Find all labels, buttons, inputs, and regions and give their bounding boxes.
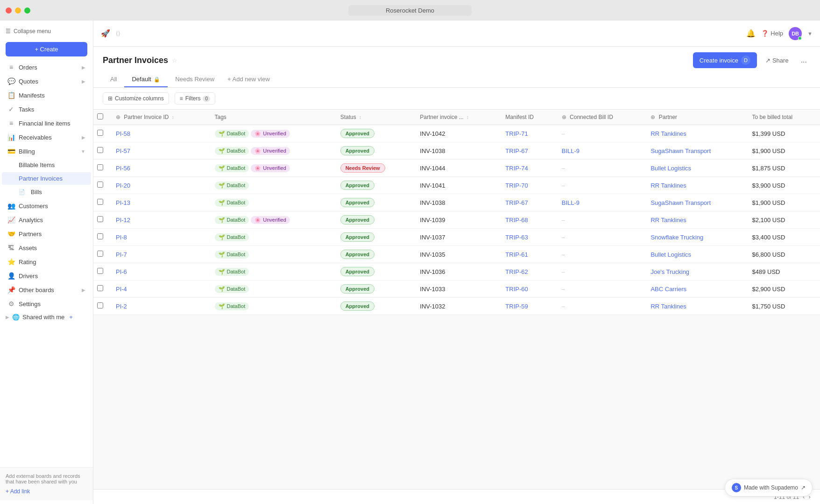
partner-invoice-id-link[interactable]: PI-8: [116, 234, 127, 241]
manifest-id-link[interactable]: TRIP-62: [505, 268, 528, 275]
partner-invoice-id-link[interactable]: PI-12: [116, 217, 130, 224]
user-avatar-wrapper[interactable]: DB: [789, 27, 802, 40]
manifest-id-link[interactable]: TRIP-63: [505, 234, 528, 241]
collapse-menu-button[interactable]: ☰ Collapse menu: [0, 24, 93, 38]
connected-bill-id-link[interactable]: BILL-9: [562, 147, 580, 154]
sidebar-item-billable-items[interactable]: Billable Items: [2, 159, 91, 171]
user-menu-chevron-icon[interactable]: ▼: [807, 31, 813, 36]
partner-link[interactable]: RR Tanklines: [650, 217, 686, 224]
maximize-button[interactable]: [24, 7, 30, 14]
help-button[interactable]: ❓ Help: [761, 30, 783, 37]
partner-link[interactable]: RR Tanklines: [650, 303, 686, 310]
tab-add-new-view[interactable]: + Add new view: [222, 72, 276, 87]
sidebar-item-receivables[interactable]: 📊 Receivables ▶: [2, 131, 91, 144]
manifest-id-link[interactable]: TRIP-68: [505, 217, 528, 224]
navigation-icon[interactable]: 🚀: [101, 29, 110, 38]
partner-invoice-id-link[interactable]: PI-58: [116, 130, 130, 137]
partner-link[interactable]: RR Tanklines: [650, 130, 686, 137]
col-header-partner-invoice-num[interactable]: Partner invoice ... ↕: [414, 110, 500, 125]
col-header-partner-invoice-id[interactable]: ⊕ Partner Invoice ID ↕: [110, 110, 209, 125]
favorite-star-icon[interactable]: ☆: [172, 57, 177, 64]
row-checkbox[interactable]: [97, 147, 103, 153]
view-tabs: All Default 🔒 Needs Review + Add new vie…: [103, 72, 811, 87]
partner-invoice-id-link[interactable]: PI-2: [116, 303, 127, 310]
nav-arrows-icon[interactable]: ⟨⟩: [116, 30, 120, 37]
add-shared-icon[interactable]: +: [69, 314, 73, 321]
close-button[interactable]: [6, 7, 12, 14]
row-checkbox[interactable]: [97, 216, 103, 222]
row-checkbox[interactable]: [97, 302, 103, 308]
create-invoice-button[interactable]: Create invoice D: [693, 52, 757, 68]
sidebar-item-other-boards[interactable]: 📌 Other boards ▶: [2, 283, 91, 296]
partner-link[interactable]: RR Tanklines: [650, 182, 686, 189]
partner-link[interactable]: SugaShawn Transport: [650, 199, 711, 206]
manifest-id-link[interactable]: TRIP-61: [505, 251, 528, 258]
partner-link[interactable]: Snowflake Trucking: [650, 234, 703, 241]
select-all-checkbox[interactable]: [97, 113, 103, 119]
manifest-id-link[interactable]: TRIP-70: [505, 182, 528, 189]
minimize-button[interactable]: [15, 7, 21, 14]
tab-default[interactable]: Default 🔒: [124, 72, 168, 87]
sidebar-item-bills[interactable]: 📄 Bills: [2, 186, 91, 198]
supademo-banner[interactable]: S Made with Supademo ↗: [725, 479, 813, 497]
sidebar-item-quotes[interactable]: 💬 Quotes ▶: [2, 75, 91, 88]
partner-link[interactable]: Joe's Trucking: [650, 268, 689, 275]
partner-invoice-id-link[interactable]: PI-20: [116, 182, 130, 189]
partner-link[interactable]: ABC Carriers: [650, 286, 686, 293]
connected-bill-id-link[interactable]: BILL-9: [562, 199, 580, 206]
sidebar-item-orders[interactable]: ≡ Orders ▶: [2, 61, 91, 74]
manifest-id-link[interactable]: TRIP-74: [505, 165, 528, 172]
row-checkbox[interactable]: [97, 130, 103, 136]
notification-bell-icon[interactable]: 🔔: [746, 29, 756, 38]
partner-invoice-id-link[interactable]: PI-57: [116, 147, 130, 154]
manifest-id-link[interactable]: TRIP-59: [505, 303, 528, 310]
tab-all[interactable]: All: [103, 72, 124, 87]
tag-unverified: 🌸 Unverified: [251, 164, 290, 172]
col-header-status[interactable]: Status ↕: [335, 110, 415, 125]
more-options-button[interactable]: ...: [797, 54, 811, 66]
partner-link[interactable]: Bullet Logistics: [650, 165, 691, 172]
partner-invoice-id-link[interactable]: PI-6: [116, 268, 127, 275]
status-badge: Approved: [340, 250, 375, 259]
row-checkbox[interactable]: [97, 268, 103, 274]
sidebar-item-assets[interactable]: 🏗 Assets: [2, 241, 91, 254]
row-checkbox[interactable]: [97, 164, 103, 170]
sidebar-item-manifests[interactable]: 📋 Manifests: [2, 89, 91, 102]
create-button[interactable]: + Create: [6, 42, 87, 56]
row-checkbox[interactable]: [97, 251, 103, 257]
table-toolbar: ⊞ Customize columns ≡ Filters 0: [93, 88, 820, 110]
sidebar-item-drivers[interactable]: 👤 Drivers: [2, 269, 91, 282]
manifest-id-link[interactable]: TRIP-67: [505, 199, 528, 206]
row-checkbox[interactable]: [97, 233, 103, 239]
sidebar-item-partners[interactable]: 🤝 Partners: [2, 227, 91, 240]
sidebar-item-tasks[interactable]: ✓ Tasks: [2, 103, 91, 116]
row-checkbox[interactable]: [97, 199, 103, 205]
partner-link[interactable]: Bullet Logistics: [650, 251, 691, 258]
customize-columns-button[interactable]: ⊞ Customize columns: [103, 92, 169, 105]
sidebar-item-billing[interactable]: 💳 Billing ▼: [2, 145, 91, 158]
receivables-icon: 📊: [7, 133, 15, 141]
manifest-id-link[interactable]: TRIP-60: [505, 286, 528, 293]
manifest-id-link[interactable]: TRIP-67: [505, 147, 528, 154]
partner-invoice-id-link[interactable]: PI-56: [116, 165, 130, 172]
filters-button[interactable]: ≡ Filters 0: [175, 92, 215, 105]
sidebar-item-label: Receivables: [19, 134, 52, 141]
sidebar-item-analytics[interactable]: 📈 Analytics: [2, 213, 91, 226]
sidebar-item-settings[interactable]: ⚙ Settings: [2, 297, 91, 310]
partner-link[interactable]: SugaShawn Transport: [650, 147, 711, 154]
row-checkbox[interactable]: [97, 182, 103, 188]
add-link-button[interactable]: + Add link: [6, 488, 87, 495]
row-checkbox[interactable]: [97, 285, 103, 291]
partner-invoice-id-link[interactable]: PI-7: [116, 251, 127, 258]
manifest-id-link[interactable]: TRIP-71: [505, 130, 528, 137]
partner-invoice-id-link[interactable]: PI-4: [116, 286, 127, 293]
sidebar-item-partner-invoices[interactable]: Partner Invoices: [2, 172, 91, 185]
sidebar-item-customers[interactable]: 👥 Customers: [2, 199, 91, 212]
select-all-header[interactable]: [93, 110, 110, 125]
sidebar-item-shared-with-me[interactable]: ▶ 🌐 Shared with me +: [0, 311, 93, 323]
tab-needs-review[interactable]: Needs Review: [168, 72, 222, 87]
partner-invoice-id-link[interactable]: PI-13: [116, 199, 130, 206]
sidebar-item-rating[interactable]: ⭐ Rating: [2, 255, 91, 268]
share-button[interactable]: ↗ Share: [761, 54, 793, 67]
sidebar-item-financial-line-items[interactable]: ≡ Financial line items: [2, 117, 91, 130]
